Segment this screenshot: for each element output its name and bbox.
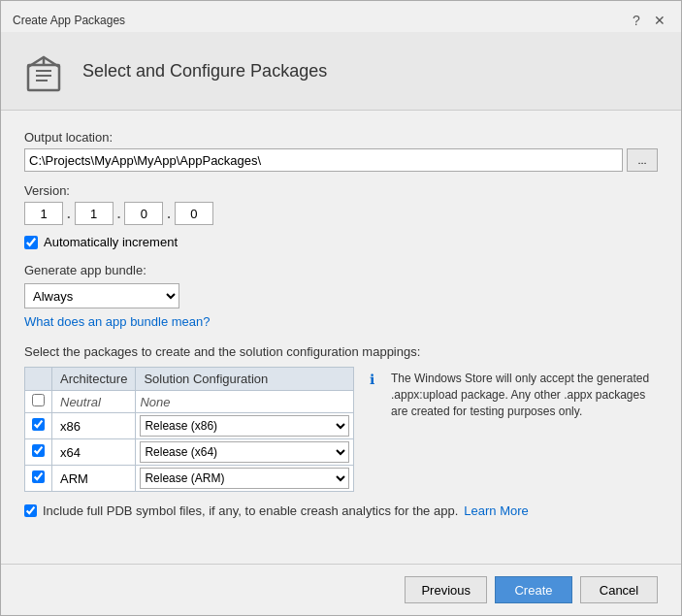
row-neutral-checkbox[interactable] <box>32 394 45 406</box>
row-config-x86: Release (x86) Debug (x86) <box>136 413 354 439</box>
table-row: x86 Release (x86) Debug (x86) <box>25 413 354 439</box>
row-checkbox-cell <box>25 466 52 492</box>
close-button[interactable]: ✕ <box>650 11 669 30</box>
row-checkbox-cell <box>25 439 52 466</box>
header-title: Select and Configure Packages <box>82 61 327 81</box>
row-arch-arm: ARM <box>52 466 136 492</box>
create-button[interactable]: Create <box>495 576 572 603</box>
row-x64-checkbox[interactable] <box>32 444 45 457</box>
info-text: The Windows Store will only accept the g… <box>391 371 658 419</box>
pdb-row: Include full PDB symbol files, if any, t… <box>24 503 658 518</box>
row-config-arm: Release (x86) Release (x64) Release (ARM… <box>136 466 354 492</box>
title-bar: Create App Packages ? ✕ <box>1 1 681 32</box>
help-button[interactable]: ? <box>627 11 646 30</box>
auto-increment-checkbox[interactable] <box>24 236 38 249</box>
generate-bundle-row: Always If needed Never <box>24 283 658 308</box>
cancel-button[interactable]: Cancel <box>580 576 658 603</box>
generate-bundle-label: Generate app bundle: <box>24 263 658 277</box>
row-checkbox-cell <box>25 413 52 439</box>
row-x86-checkbox[interactable] <box>32 418 45 431</box>
row-arch-neutral: Neutral <box>52 391 136 413</box>
auto-increment-label[interactable]: Automatically increment <box>44 235 178 249</box>
version-v1[interactable] <box>24 202 63 225</box>
version-section: Version: . . . <box>24 183 658 225</box>
row-config-neutral: None <box>136 391 354 413</box>
version-inputs: . . . <box>24 202 658 225</box>
col-header-arch: Architecture <box>52 368 136 391</box>
packages-area: Architecture Solution Configuration Neut… <box>24 367 658 492</box>
dialog-title: Create App Packages <box>13 14 125 27</box>
packages-label: Select the packages to create and the so… <box>24 344 658 359</box>
generate-bundle-select[interactable]: Always If needed Never <box>24 283 179 308</box>
info-box: ℹ The Windows Store will only accept the… <box>370 367 658 419</box>
header-section: Select and Configure Packages <box>1 32 681 111</box>
version-label: Version: <box>24 183 658 198</box>
previous-button[interactable]: Previous <box>405 576 487 603</box>
bundle-link[interactable]: What does an app bundle mean? <box>24 314 211 329</box>
row-config-x64-select[interactable]: Release (x86) Release (x64) Debug (x64) <box>140 441 349 463</box>
create-app-packages-dialog: Create App Packages ? ✕ Select and Confi… <box>0 0 682 616</box>
col-header-checkbox <box>25 368 52 391</box>
version-v2[interactable] <box>75 202 114 225</box>
col-header-config: Solution Configuration <box>136 368 354 391</box>
output-location-label: Output location: <box>24 130 658 145</box>
row-arch-x64: x64 <box>52 439 136 466</box>
package-icon <box>20 48 67 94</box>
row-config-arm-select[interactable]: Release (x86) Release (x64) Release (ARM… <box>140 468 349 489</box>
pdb-label[interactable]: Include full PDB symbol files, if any, t… <box>43 503 458 518</box>
pdb-learn-more-link[interactable]: Learn More <box>464 503 528 518</box>
row-arm-checkbox[interactable] <box>32 470 45 483</box>
output-location-row: ... <box>24 148 658 172</box>
svg-rect-0 <box>28 65 59 90</box>
info-icon: ℹ <box>370 372 385 387</box>
packages-table: Architecture Solution Configuration Neut… <box>24 367 354 492</box>
version-v3[interactable] <box>124 202 163 225</box>
packages-table-container: Architecture Solution Configuration Neut… <box>24 367 354 492</box>
table-row: Neutral None <box>25 391 354 413</box>
packages-section: Select the packages to create and the so… <box>24 344 658 492</box>
footer: Previous Create Cancel <box>1 564 681 615</box>
row-config-x86-select[interactable]: Release (x86) Debug (x86) <box>140 415 349 437</box>
version-v4[interactable] <box>175 202 213 225</box>
table-row: x64 Release (x86) Release (x64) Debug (x… <box>25 439 354 466</box>
table-row: ARM Release (x86) Release (x64) Release … <box>25 466 354 492</box>
pdb-checkbox[interactable] <box>24 504 37 517</box>
auto-increment-row: Automatically increment <box>24 235 658 249</box>
title-bar-buttons: ? ✕ <box>627 11 669 30</box>
row-arch-x86: x86 <box>52 413 136 439</box>
row-checkbox-cell <box>25 391 52 413</box>
content-area: Output location: ... Version: . . . Auto… <box>1 111 681 564</box>
browse-button[interactable]: ... <box>627 148 658 172</box>
row-config-x64: Release (x86) Release (x64) Debug (x64) <box>136 439 354 466</box>
output-location-input[interactable] <box>24 148 623 172</box>
